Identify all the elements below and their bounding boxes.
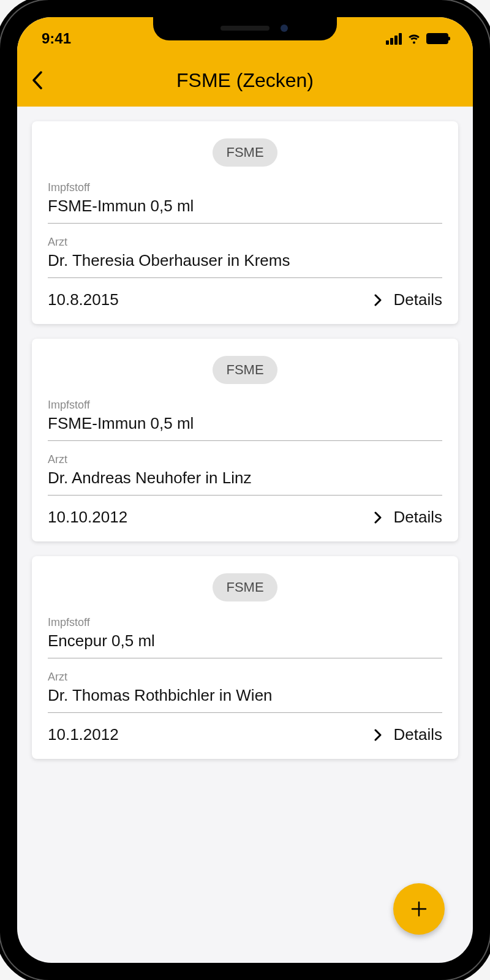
phone-notch: [153, 13, 337, 40]
doctor-value: Dr. Andreas Neuhofer in Linz: [48, 469, 442, 496]
card-footer: 10.8.2015 Details: [48, 290, 442, 309]
doctor-value: Dr. Thomas Rothbichler in Wien: [48, 686, 442, 713]
details-button[interactable]: Details: [374, 508, 442, 527]
vaccine-label: Impfstoff: [48, 399, 442, 412]
vaccine-value: Encepur 0,5 ml: [48, 631, 442, 658]
details-label: Details: [394, 508, 442, 527]
vaccine-label: Impfstoff: [48, 181, 442, 194]
vaccination-date: 10.8.2015: [48, 290, 119, 309]
phone-bezel: 9:41 FSME (Zecken): [13, 13, 477, 967]
vaccine-type-chip: FSME: [213, 573, 277, 601]
vaccine-label: Impfstoff: [48, 616, 442, 629]
details-label: Details: [394, 725, 442, 744]
card-footer: 10.10.2012 Details: [48, 508, 442, 527]
vaccine-value: FSME-Immun 0,5 ml: [48, 197, 442, 224]
chevron-right-icon: [374, 729, 382, 741]
phone-frame: 9:41 FSME (Zecken): [0, 0, 490, 980]
chevron-right-icon: [374, 294, 382, 306]
vaccination-date: 10.10.2012: [48, 508, 127, 527]
status-icons: [386, 30, 448, 47]
screen: 9:41 FSME (Zecken): [17, 17, 473, 963]
back-button[interactable]: [32, 67, 59, 94]
vaccination-card: FSME Impfstoff FSME-Immun 0,5 ml Arzt Dr…: [32, 339, 458, 541]
card-footer: 10.1.2012 Details: [48, 725, 442, 744]
chevron-right-icon: [374, 511, 382, 524]
app-header: FSME (Zecken): [17, 54, 473, 107]
vaccination-card: FSME Impfstoff FSME-Immun 0,5 ml Arzt Dr…: [32, 121, 458, 324]
status-time: 9:41: [42, 30, 71, 47]
vaccine-value: FSME-Immun 0,5 ml: [48, 414, 442, 441]
cellular-signal-icon: [386, 33, 402, 45]
details-button[interactable]: Details: [374, 290, 442, 309]
doctor-value: Dr. Theresia Oberhauser in Krems: [48, 251, 442, 278]
content-area: FSME Impfstoff FSME-Immun 0,5 ml Arzt Dr…: [17, 107, 473, 963]
battery-icon: [426, 33, 448, 44]
details-button[interactable]: Details: [374, 725, 442, 744]
doctor-label: Arzt: [48, 236, 442, 249]
doctor-label: Arzt: [48, 671, 442, 684]
add-button[interactable]: [393, 883, 445, 935]
vaccination-card: FSME Impfstoff Encepur 0,5 ml Arzt Dr. T…: [32, 556, 458, 759]
vaccine-type-chip: FSME: [213, 138, 277, 167]
plus-icon: [410, 900, 428, 918]
doctor-label: Arzt: [48, 453, 442, 466]
vaccination-date: 10.1.2012: [48, 725, 119, 744]
page-title: FSME (Zecken): [32, 69, 458, 92]
chevron-left-icon: [32, 71, 43, 89]
vaccine-type-chip: FSME: [213, 356, 277, 384]
details-label: Details: [394, 290, 442, 309]
wifi-icon: [407, 30, 421, 47]
